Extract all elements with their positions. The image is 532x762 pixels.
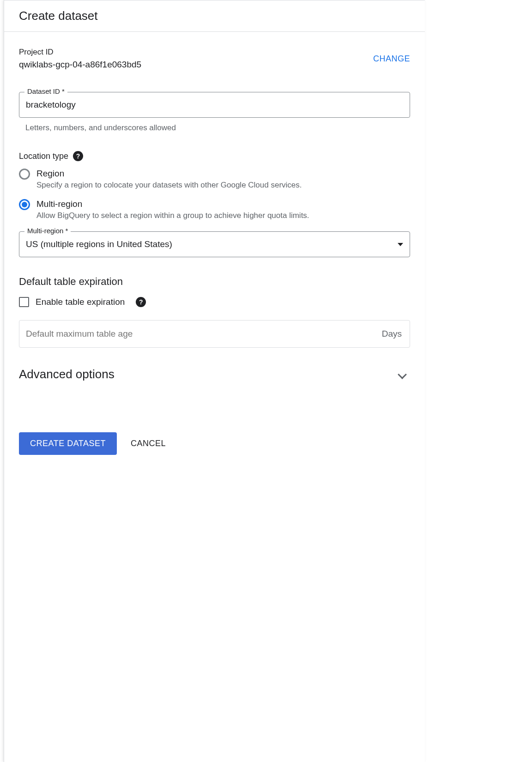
multi-region-label: Multi-region * bbox=[24, 227, 71, 235]
radio-region-control[interactable] bbox=[19, 169, 30, 180]
max-table-age-field: Days bbox=[19, 320, 410, 348]
project-block: Project ID qwiklabs-gcp-04-a86f1e063bd5 bbox=[19, 48, 141, 70]
default-table-expiration-heading: Default table expiration bbox=[19, 276, 410, 288]
multi-region-select[interactable]: US (multiple regions in United States) bbox=[19, 231, 410, 257]
enable-expiration-checkbox[interactable] bbox=[19, 297, 29, 307]
help-icon[interactable]: ? bbox=[73, 151, 83, 161]
max-table-age-input bbox=[19, 320, 410, 348]
advanced-options-toggle[interactable]: Advanced options bbox=[19, 367, 410, 381]
dataset-id-label: Dataset ID * bbox=[24, 87, 67, 95]
radio-multi-region-control[interactable] bbox=[19, 199, 30, 210]
dataset-id-helper: Letters, numbers, and underscores allowe… bbox=[25, 123, 410, 133]
radio-region[interactable]: Region Specify a region to colocate your… bbox=[19, 169, 410, 190]
radio-region-desc: Specify a region to colocate your datase… bbox=[36, 181, 410, 190]
cancel-button[interactable]: CANCEL bbox=[131, 432, 166, 455]
radio-multi-region[interactable]: Multi-region Allow BigQuery to select a … bbox=[19, 199, 410, 220]
panel-title: Create dataset bbox=[19, 9, 410, 23]
change-project-link[interactable]: CHANGE bbox=[373, 54, 410, 64]
panel-body: Project ID qwiklabs-gcp-04-a86f1e063bd5 … bbox=[4, 32, 425, 470]
chevron-down-icon bbox=[398, 370, 407, 379]
radio-multi-region-text: Multi-region Allow BigQuery to select a … bbox=[36, 199, 410, 220]
location-type-radios: Region Specify a region to colocate your… bbox=[19, 169, 410, 220]
radio-inner-dot bbox=[22, 202, 27, 207]
project-id-value: qwiklabs-gcp-04-a86f1e063bd5 bbox=[19, 60, 141, 70]
radio-region-text: Region Specify a region to colocate your… bbox=[36, 169, 410, 190]
multi-region-value: US (multiple regions in United States) bbox=[26, 239, 172, 249]
create-dataset-panel: Create dataset Project ID qwiklabs-gcp-0… bbox=[4, 0, 425, 762]
action-buttons: CREATE DATASET CANCEL bbox=[19, 432, 410, 455]
multi-region-field: Multi-region * US (multiple regions in U… bbox=[19, 231, 410, 257]
caret-down-icon bbox=[398, 243, 403, 246]
panel-header: Create dataset bbox=[4, 0, 425, 32]
project-row: Project ID qwiklabs-gcp-04-a86f1e063bd5 … bbox=[19, 48, 410, 70]
radio-multi-region-title: Multi-region bbox=[36, 199, 410, 209]
radio-multi-region-desc: Allow BigQuery to select a region within… bbox=[36, 211, 410, 220]
create-dataset-button[interactable]: CREATE DATASET bbox=[19, 432, 117, 455]
project-id-label: Project ID bbox=[19, 48, 141, 57]
location-type-label: Location type ? bbox=[19, 151, 410, 161]
dataset-id-field: Dataset ID * bbox=[19, 92, 410, 118]
enable-expiration-label: Enable table expiration bbox=[36, 297, 125, 307]
advanced-options-title: Advanced options bbox=[19, 367, 115, 381]
dataset-id-input[interactable] bbox=[19, 92, 410, 118]
radio-region-title: Region bbox=[36, 169, 410, 179]
days-suffix: Days bbox=[382, 329, 402, 339]
enable-expiration-row: Enable table expiration ? bbox=[19, 297, 410, 307]
help-icon[interactable]: ? bbox=[136, 297, 146, 307]
location-type-text: Location type bbox=[19, 151, 68, 161]
